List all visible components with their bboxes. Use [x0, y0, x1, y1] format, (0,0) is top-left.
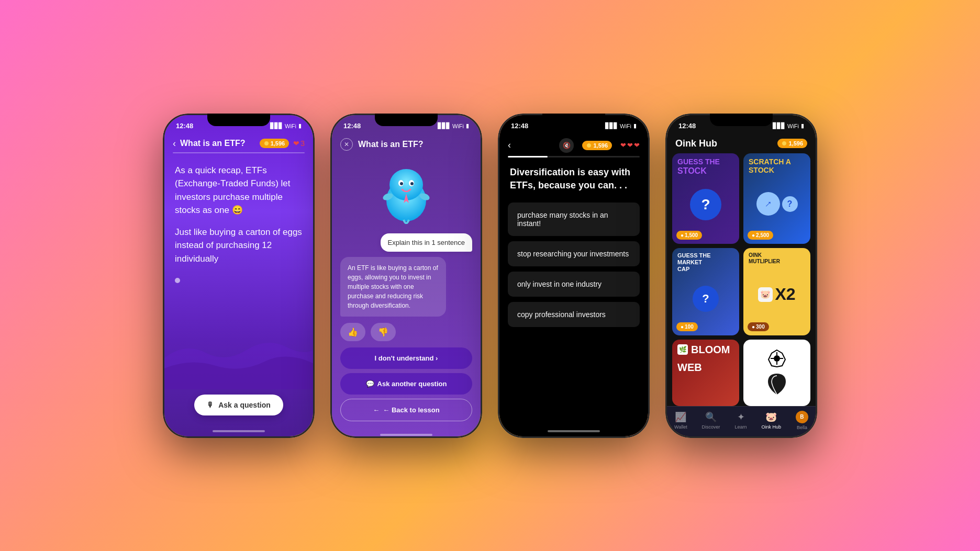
wallet-icon: 📈 — [675, 411, 686, 423]
close-icon: ✕ — [344, 141, 349, 148]
user-message: Explain this in 1 sentence — [388, 239, 465, 246]
guess-stock-card[interactable]: GUESS THESTOCK ? ● 1,500 — [672, 153, 739, 244]
option-1[interactable]: purchase many stocks in an instant! — [508, 203, 640, 236]
market-cap-icon-area: ? — [672, 275, 739, 322]
thumbs-up-button[interactable]: 👍 — [340, 323, 365, 341]
discover-label: Discover — [702, 424, 720, 430]
pig-emoji: 🐷 — [758, 287, 773, 302]
thumbs-down-button[interactable]: 👎 — [371, 323, 396, 341]
wifi-icon: WiFi — [285, 123, 296, 129]
status-icons-3: ▊▊▊ WiFi ▮ — [605, 122, 637, 129]
svg-point-4 — [400, 182, 403, 185]
time-2: 12:48 — [343, 122, 361, 130]
p1-title: What is an ETF? — [180, 139, 255, 148]
coin-count-1: 1,596 — [271, 140, 285, 147]
mascot — [364, 156, 448, 229]
bella-avatar: B — [796, 411, 808, 423]
close-button[interactable]: ✕ — [340, 138, 353, 151]
multiplier-cost: ● 300 — [748, 322, 769, 331]
home-indicator-3 — [499, 426, 648, 436]
coin-icon-3 — [586, 143, 592, 148]
p1-header: ‹ What is an ETF? 1,596 ❤ 3 — [164, 134, 313, 152]
scratch-q-icon: ? — [782, 196, 798, 212]
heart-icon-3a: ❤ — [620, 141, 626, 149]
logo-card[interactable] — [743, 340, 810, 406]
coin-icon-mul: ● — [752, 324, 755, 330]
user-chat-bubble: Explain this in 1 sentence — [381, 233, 472, 252]
option-2[interactable]: stop researching your investments — [508, 241, 640, 266]
logo-area — [764, 348, 790, 397]
coin-icon-sc: ● — [752, 232, 755, 238]
phone-2: 12:48 ▊▊▊ WiFi ▮ ✕ What is an ETF? — [330, 114, 482, 438]
battery-icon-3: ▮ — [633, 122, 637, 129]
mute-button[interactable]: 🔇 — [559, 138, 574, 153]
time-1: 12:48 — [176, 122, 193, 130]
p3-back-button[interactable]: ‹ — [508, 140, 511, 151]
nav-discover[interactable]: 🔍 Discover — [702, 411, 720, 430]
nav-learn[interactable]: ✦ Learn — [735, 411, 747, 430]
ai-chat-bubble: An ETF is like buying a carton of eggs, … — [340, 257, 446, 317]
coin-badge-3: 1,596 — [582, 141, 612, 150]
p1-dot — [175, 278, 180, 283]
discover-icon: 🔍 — [705, 411, 717, 423]
ask-question-button[interactable]: 🎙 Ask a question — [194, 395, 283, 415]
bloom-label: BLOOM — [691, 344, 730, 355]
scratch-stock-card[interactable]: SCRATCH ASTOCK → ? ● 2,500 — [743, 153, 810, 244]
back-to-lesson-button[interactable]: ← ← Back to lesson — [340, 399, 472, 421]
nav-wallet[interactable]: 📈 Wallet — [674, 411, 687, 430]
guess-stock-question-icon: ? — [690, 189, 721, 220]
back-arrow-icon[interactable]: ‹ — [173, 138, 176, 149]
battery-icon-4: ▮ — [801, 122, 804, 129]
coin-count-3: 1,596 — [593, 142, 608, 149]
signal-icon-3: ▊▊▊ — [605, 122, 618, 129]
coin-icon-mc: ● — [681, 324, 684, 330]
thumbs-container: 👍 👎 — [340, 323, 396, 341]
status-icons-1: ▊▊▊ WiFi ▮ — [270, 122, 302, 129]
option-1-label: purchase many stocks in an instant! — [517, 211, 608, 228]
bloom-icon: 🌿 — [677, 344, 688, 355]
p2-content: Explain this in 1 sentence An ETF is lik… — [332, 156, 481, 430]
back-icon: ← — [373, 406, 380, 414]
guess-stock-cost: ● 1,500 — [676, 231, 702, 240]
cost-sc: 2,500 — [756, 232, 769, 238]
dont-understand-button[interactable]: I don't understand › — [340, 347, 472, 369]
signal-icon-4: ▊▊▊ — [773, 122, 785, 129]
battery-icon-2: ▮ — [466, 122, 469, 129]
option-3[interactable]: only invest in one industry — [508, 272, 640, 297]
multiplier-card[interactable]: OINKMUTLIPLIER 🐷 X2 ● 300 — [743, 248, 810, 335]
p1-paragraph1: As a quick recap, ETFs (Exchange-Traded … — [175, 164, 303, 217]
coin-icon — [264, 141, 269, 146]
p3-header: ‹ 🔇 1,596 ❤ ❤ ❤ — [499, 134, 648, 156]
wifi-icon-4: WiFi — [787, 123, 799, 129]
hearts-3: ❤ ❤ ❤ — [620, 141, 640, 149]
heart-icon: ❤ — [293, 139, 299, 148]
x2-label: X2 — [775, 285, 795, 304]
bloom-web-card[interactable]: 🌿 BLOOM WEB — [672, 340, 739, 406]
home-indicator-1 — [164, 426, 313, 436]
coin-badge-1: 1,596 — [260, 139, 289, 148]
ask-another-button[interactable]: 💬 Ask another question — [340, 373, 472, 395]
ask-label: Ask a question — [218, 401, 271, 409]
wifi-icon-2: WiFi — [452, 123, 464, 129]
wave-bg — [164, 327, 313, 389]
status-icons-4: ▊▊▊ WiFi ▮ — [773, 122, 804, 129]
heart-icon-3b: ❤ — [627, 141, 633, 149]
cost-mc: 100 — [685, 324, 694, 330]
bloom-header: 🌿 BLOOM — [672, 340, 739, 357]
wallet-label: Wallet — [674, 424, 687, 430]
nav-oink-hub[interactable]: 🐷 Oink Hub — [762, 411, 782, 430]
option-4[interactable]: copy professional investors — [508, 302, 640, 327]
ask-another-label: Ask another question — [377, 380, 447, 388]
phone-1: 12:48 ▊▊▊ WiFi ▮ ‹ What is an ETF? 1,596… — [163, 114, 315, 438]
oink-hub-label: Oink Hub — [762, 424, 782, 430]
market-cap-cost: ● 100 — [676, 322, 698, 331]
p4-title: Oink Hub — [675, 138, 717, 149]
phone-3: 12:48 ▊▊▊ WiFi ▮ ‹ 🔇 1,596 ❤ ❤ — [498, 114, 650, 438]
time-3: 12:48 — [511, 122, 528, 130]
p2-header: ✕ What is an ETF? — [332, 134, 481, 156]
nav-bella[interactable]: B Bella — [796, 411, 808, 430]
coin-icon-gs: ● — [681, 232, 684, 238]
coin-icon-4 — [782, 141, 787, 146]
market-cap-card[interactable]: GUESS THEMARKETCAP ? ● 100 — [672, 248, 739, 335]
coin-badge-4: 1,596 — [777, 139, 807, 148]
